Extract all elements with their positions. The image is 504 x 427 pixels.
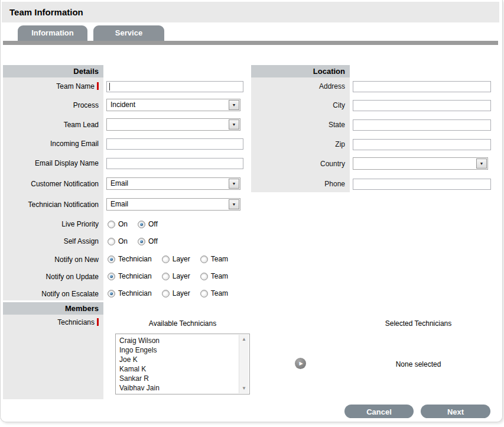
location-label-column bbox=[251, 77, 350, 192]
page-title: Team Information bbox=[2, 2, 499, 22]
radio-icon bbox=[138, 221, 145, 228]
tab-underline-bar bbox=[3, 41, 498, 45]
technician-notification-select[interactable]: Email ▼ bbox=[106, 198, 240, 211]
radio-icon bbox=[108, 221, 115, 228]
scroll-up-icon[interactable]: ▲ bbox=[239, 337, 249, 342]
title-bar: Team Information bbox=[2, 2, 499, 22]
cancel-button[interactable]: Cancel bbox=[344, 405, 414, 418]
notify-new-technician-option[interactable]: Technician bbox=[108, 255, 152, 263]
play-right-icon: ▶ bbox=[298, 361, 303, 366]
list-item[interactable]: Kamal K bbox=[116, 364, 239, 374]
dropdown-arrow-icon: ▼ bbox=[229, 179, 239, 189]
notify-on-new-label: Notify on New bbox=[3, 255, 103, 264]
none-selected-text: None selected bbox=[365, 360, 472, 368]
team-name-input[interactable] bbox=[106, 81, 243, 92]
address-label: Address bbox=[251, 82, 350, 90]
radio-icon bbox=[108, 238, 115, 245]
self-assign-options: On Off bbox=[108, 237, 168, 245]
notify-on-new-options: Technician Layer Team bbox=[108, 255, 238, 263]
notify-update-layer-option[interactable]: Layer bbox=[162, 272, 190, 280]
list-item[interactable]: Sankar R bbox=[116, 374, 239, 383]
phone-input[interactable] bbox=[353, 179, 491, 190]
notify-on-update-options: Technician Layer Team bbox=[108, 272, 238, 280]
notify-escalate-layer-option[interactable]: Layer bbox=[162, 289, 190, 297]
radio-icon bbox=[162, 290, 170, 297]
process-select[interactable]: Incident ▼ bbox=[106, 99, 240, 111]
notify-update-technician-option[interactable]: Technician bbox=[108, 272, 152, 280]
email-display-name-input[interactable] bbox=[106, 158, 243, 169]
required-icon bbox=[97, 318, 99, 326]
live-priority-options: On Off bbox=[108, 220, 168, 228]
list-item[interactable]: Ingo Engels bbox=[116, 345, 239, 355]
technicians-label: Technicians bbox=[3, 318, 103, 326]
tab-service[interactable]: Service bbox=[93, 25, 164, 41]
notify-on-escalate-label: Notify on Escalate bbox=[3, 290, 103, 298]
radio-icon bbox=[162, 255, 170, 263]
email-display-name-label: Email Display Name bbox=[3, 159, 103, 167]
radio-icon bbox=[200, 290, 208, 297]
customer-notification-label: Customer Notification bbox=[3, 180, 103, 188]
details-section-header: Details bbox=[3, 65, 103, 77]
zip-input[interactable] bbox=[353, 139, 491, 150]
members-section-header: Members bbox=[3, 302, 103, 315]
state-label: State bbox=[251, 121, 350, 129]
radio-icon bbox=[138, 238, 145, 245]
list-scrollbar[interactable]: ▲ ▼ bbox=[239, 335, 249, 393]
team-lead-select[interactable]: ▼ bbox=[106, 118, 240, 131]
radio-icon bbox=[108, 255, 115, 263]
details-label-column bbox=[3, 77, 103, 300]
city-input[interactable] bbox=[353, 100, 491, 111]
self-assign-off-option[interactable]: Off bbox=[138, 237, 158, 245]
incoming-email-label: Incoming Email bbox=[3, 140, 103, 148]
dropdown-arrow-icon: ▼ bbox=[229, 100, 239, 110]
available-technicians-header: Available Technicians bbox=[115, 319, 250, 328]
text-cursor bbox=[109, 83, 110, 90]
radio-icon bbox=[200, 273, 208, 280]
available-technicians-list[interactable]: Craig WilsonIngo EngelsJoe KKamal KSanka… bbox=[115, 334, 250, 394]
transfer-right-button[interactable]: ▶ bbox=[295, 358, 306, 369]
self-assign-on-option[interactable]: On bbox=[108, 237, 128, 245]
notify-on-update-label: Notify on Update bbox=[3, 273, 103, 281]
tab-information[interactable]: Information bbox=[18, 25, 87, 41]
phone-label: Phone bbox=[251, 180, 350, 188]
notify-escalate-technician-option[interactable]: Technician bbox=[108, 289, 152, 297]
notify-escalate-team-option[interactable]: Team bbox=[200, 289, 228, 297]
country-select[interactable]: ▼ bbox=[353, 157, 488, 170]
team-name-label: Team Name bbox=[3, 82, 103, 90]
location-section-header: Location bbox=[251, 65, 350, 77]
state-input[interactable] bbox=[353, 119, 491, 131]
team-lead-label: Team Lead bbox=[3, 121, 103, 129]
address-input[interactable] bbox=[353, 81, 491, 92]
dropdown-arrow-icon: ▼ bbox=[229, 199, 239, 209]
notify-update-team-option[interactable]: Team bbox=[200, 272, 228, 280]
notify-on-escalate-options: Technician Layer Team bbox=[108, 289, 238, 297]
zip-label: Zip bbox=[251, 140, 350, 148]
live-priority-label: Live Priority bbox=[3, 220, 103, 228]
notify-new-team-option[interactable]: Team bbox=[200, 255, 228, 263]
city-label: City bbox=[251, 101, 350, 109]
required-icon bbox=[97, 82, 99, 90]
process-label: Process bbox=[3, 101, 103, 109]
live-priority-on-option[interactable]: On bbox=[108, 220, 128, 228]
radio-icon bbox=[108, 290, 115, 297]
technician-notification-label: Technician Notification bbox=[3, 200, 103, 209]
list-item[interactable]: Vaibhav Jain bbox=[116, 383, 239, 393]
radio-icon bbox=[200, 255, 208, 263]
notify-new-layer-option[interactable]: Layer bbox=[162, 255, 190, 263]
radio-icon bbox=[108, 273, 115, 280]
list-items: Craig WilsonIngo EngelsJoe KKamal KSanka… bbox=[116, 336, 239, 394]
live-priority-off-option[interactable]: Off bbox=[138, 220, 158, 228]
dropdown-arrow-icon: ▼ bbox=[476, 158, 487, 169]
dropdown-arrow-icon: ▼ bbox=[229, 119, 239, 130]
customer-notification-select[interactable]: Email ▼ bbox=[106, 177, 240, 190]
scroll-down-icon[interactable]: ▼ bbox=[239, 386, 249, 391]
self-assign-label: Self Assign bbox=[3, 237, 103, 245]
list-item[interactable]: Craig Wilson bbox=[116, 336, 239, 345]
list-item[interactable]: Joe K bbox=[116, 355, 239, 364]
selected-technicians-header: Selected Technicians bbox=[365, 319, 472, 328]
members-label-column bbox=[3, 315, 103, 399]
country-label: Country bbox=[251, 160, 350, 168]
incoming-email-input[interactable] bbox=[106, 138, 243, 150]
radio-icon bbox=[162, 273, 170, 280]
next-button[interactable]: Next bbox=[421, 405, 490, 418]
